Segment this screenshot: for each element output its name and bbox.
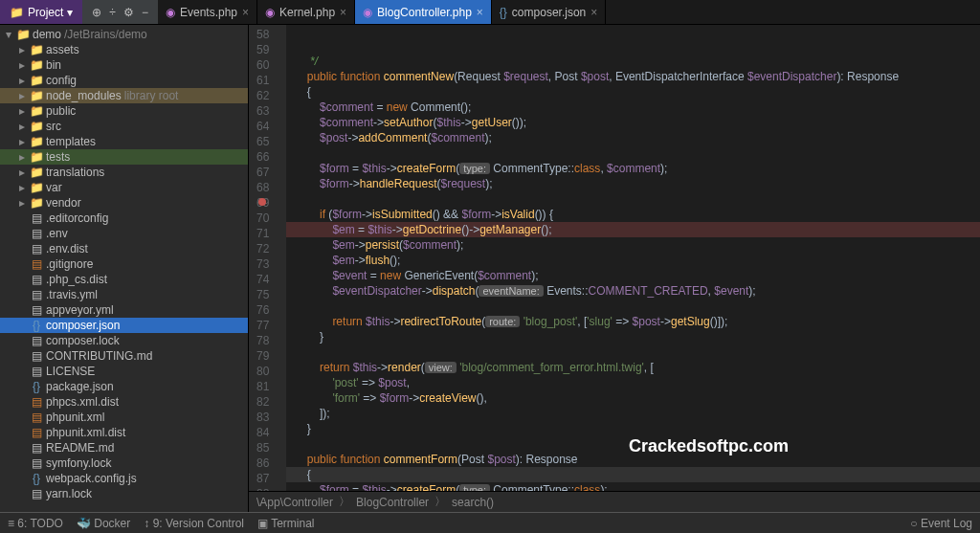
- line-number[interactable]: 77: [256, 318, 269, 333]
- tree-node-phpunit-xml-dist[interactable]: ▤phpunit.xml.dist: [0, 425, 248, 440]
- collapse-icon[interactable]: −: [142, 6, 148, 19]
- code-line[interactable]: }: [286, 329, 980, 344]
- code-line[interactable]: $form->handleRequest($request);: [286, 176, 980, 191]
- code-line[interactable]: */: [286, 54, 980, 69]
- tree-node-composer-json[interactable]: {}composer.json: [0, 318, 248, 333]
- line-number[interactable]: 78: [256, 333, 269, 348]
- event-log[interactable]: ○ Event Log: [910, 517, 972, 530]
- expand-arrow[interactable]: ▸: [17, 104, 27, 118]
- code-line[interactable]: $post->addComment($comment);: [286, 130, 980, 145]
- tree-node--php_cs-dist[interactable]: ▤.php_cs.dist: [0, 272, 248, 287]
- line-gutter[interactable]: 5859606162636465666768697071727374757677…: [249, 25, 286, 491]
- code-line[interactable]: $comment = new Comment();: [286, 100, 980, 115]
- tree-node-node_modules[interactable]: ▸📁node_modules library root: [0, 88, 248, 103]
- expand-arrow[interactable]: ▸: [17, 150, 27, 164]
- expand-arrow[interactable]: ▸: [17, 74, 27, 87]
- code-line[interactable]: [286, 344, 980, 360]
- gear-icon[interactable]: ⚙: [123, 6, 134, 19]
- tab-blogcontroller-php[interactable]: ◉BlogController.php×: [355, 0, 492, 24]
- code-line[interactable]: $form = $this->createForm(type: CommentT…: [286, 482, 980, 491]
- code-line[interactable]: $em->flush();: [286, 253, 980, 268]
- code-line[interactable]: 'post' => $post,: [286, 375, 980, 390]
- tree-node-readme-md[interactable]: ▤README.md: [0, 440, 248, 455]
- line-number[interactable]: 62: [256, 88, 269, 103]
- code-line[interactable]: $em->persist($comment);: [286, 237, 980, 253]
- tree-node-yarn-lock[interactable]: ▤yarn.lock: [0, 486, 248, 501]
- expand-arrow[interactable]: ▸: [17, 196, 27, 210]
- tree-node-phpcs-xml-dist[interactable]: ▤phpcs.xml.dist: [0, 394, 248, 410]
- line-number[interactable]: 81: [256, 379, 269, 394]
- tab-kernel-php[interactable]: ◉Kernel.php×: [257, 0, 355, 24]
- vcs-tool[interactable]: ↕ 9: Version Control: [144, 517, 244, 530]
- close-icon[interactable]: ×: [477, 6, 483, 19]
- tree-node--editorconfig[interactable]: ▤.editorconfig: [0, 211, 248, 226]
- breadcrumb-item[interactable]: \App\Controller: [256, 496, 333, 509]
- tree-node-contributing-md[interactable]: ▤CONTRIBUTING.md: [0, 348, 248, 364]
- line-number[interactable]: 83: [256, 410, 269, 425]
- line-number[interactable]: 88: [256, 486, 269, 491]
- breadcrumb-item[interactable]: search(): [452, 496, 494, 509]
- expand-arrow[interactable]: ▸: [17, 43, 27, 56]
- expand-arrow[interactable]: ▸: [17, 135, 27, 148]
- code-line[interactable]: 'form' => $form->createView(),: [286, 390, 980, 406]
- line-number[interactable]: 74: [256, 272, 269, 287]
- code-line[interactable]: [286, 145, 980, 161]
- line-number[interactable]: 63: [256, 103, 269, 119]
- tree-node-assets[interactable]: ▸📁assets: [0, 42, 248, 57]
- tree-node-public[interactable]: ▸📁public: [0, 103, 248, 119]
- line-number[interactable]: 79: [256, 348, 269, 364]
- code-content[interactable]: */ public function commentNew(Request $r…: [286, 25, 980, 491]
- code-line[interactable]: if ($form->isSubmitted() && $form->isVal…: [286, 207, 980, 222]
- close-icon[interactable]: ×: [242, 6, 249, 19]
- project-sidebar[interactable]: ▾📁demo /JetBrains/demo▸📁assets▸📁bin▸📁con…: [0, 25, 249, 512]
- code-line[interactable]: public function commentNew(Request $requ…: [286, 69, 980, 84]
- line-number[interactable]: 64: [256, 119, 269, 134]
- line-number[interactable]: 65: [256, 134, 269, 149]
- tab-events-php[interactable]: ◉Events.php×: [158, 0, 257, 24]
- code-line[interactable]: $comment->setAuthor($this->getUser());: [286, 115, 980, 130]
- line-number[interactable]: 75: [256, 287, 269, 302]
- tree-node-demo[interactable]: ▾📁demo /JetBrains/demo: [0, 27, 248, 42]
- tree-node--gitignore[interactable]: ▤.gitignore: [0, 256, 248, 272]
- code-line[interactable]: $em = $this->getDoctrine()->getManager()…: [286, 222, 980, 237]
- tree-node-license[interactable]: ▤LICENSE: [0, 364, 248, 379]
- target-icon[interactable]: ⊕: [92, 6, 101, 19]
- close-icon[interactable]: ×: [590, 6, 597, 19]
- terminal-tool[interactable]: ▣ Terminal: [257, 517, 314, 530]
- tree-node-bin[interactable]: ▸📁bin: [0, 57, 248, 73]
- code-line[interactable]: $form = $this->createForm(type: CommentT…: [286, 161, 980, 176]
- expand-arrow[interactable]: ▸: [17, 58, 27, 72]
- tree-node-templates[interactable]: ▸📁templates: [0, 134, 248, 149]
- tree-node-appveyor-yml[interactable]: ▤appveyor.yml: [0, 302, 248, 318]
- divide-icon[interactable]: ÷: [109, 6, 116, 19]
- code-line[interactable]: }: [286, 421, 980, 436]
- line-number[interactable]: 80: [256, 364, 269, 379]
- line-number[interactable]: 71: [256, 226, 269, 241]
- expand-arrow[interactable]: ▸: [17, 120, 27, 133]
- line-number[interactable]: 85: [256, 440, 269, 455]
- code-line[interactable]: {: [286, 84, 980, 100]
- line-number[interactable]: 72: [256, 241, 269, 256]
- code-area[interactable]: 5859606162636465666768697071727374757677…: [249, 25, 980, 491]
- code-line[interactable]: return $this->render(view: 'blog/comment…: [286, 360, 980, 375]
- close-icon[interactable]: ×: [340, 6, 346, 19]
- line-number[interactable]: 70: [256, 211, 269, 226]
- code-line[interactable]: $eventDispatcher->dispatch(eventName: Ev…: [286, 283, 980, 299]
- tree-node-webpack-config-js[interactable]: {}webpack.config.js: [0, 471, 248, 486]
- code-line[interactable]: $event = new GenericEvent($comment);: [286, 268, 980, 283]
- tab-composer-json[interactable]: {}composer.json×: [492, 0, 606, 24]
- tree-node-composer-lock[interactable]: ▤composer.lock: [0, 333, 248, 348]
- tree-node-symfony-lock[interactable]: ▤symfony.lock: [0, 455, 248, 471]
- line-number[interactable]: 68: [256, 180, 269, 195]
- expand-arrow[interactable]: ▸: [17, 166, 27, 179]
- line-number[interactable]: 86: [256, 455, 269, 471]
- line-number[interactable]: 87: [256, 471, 269, 486]
- tree-node-var[interactable]: ▸📁var: [0, 180, 248, 195]
- expand-arrow[interactable]: ▸: [17, 89, 27, 102]
- line-number[interactable]: 76: [256, 302, 269, 318]
- line-number[interactable]: 59: [256, 42, 269, 57]
- expand-arrow[interactable]: ▸: [17, 181, 27, 194]
- tree-node--env[interactable]: ▤.env: [0, 226, 248, 241]
- line-number[interactable]: 67: [256, 165, 269, 180]
- line-number[interactable]: 84: [256, 425, 269, 440]
